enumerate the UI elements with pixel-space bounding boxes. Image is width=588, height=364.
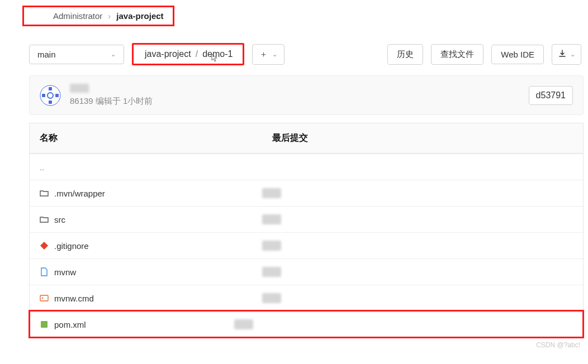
branch-name: main: [37, 50, 56, 59]
file-name: .mvn/wrapper: [54, 189, 105, 198]
cursor-icon: [209, 53, 218, 65]
col-last-commit: 最后提交: [262, 123, 583, 153]
chevron-down-icon: ⌄: [272, 51, 277, 58]
table-row[interactable]: mvnw: [30, 258, 583, 285]
col-name: 名称: [30, 123, 262, 153]
download-icon: [558, 49, 567, 60]
folder-icon: [40, 215, 49, 224]
xml-icon: [40, 320, 49, 329]
last-commit-panel: 86139 编辑于 1小时前 d53791: [29, 75, 584, 115]
file-name: src: [54, 215, 65, 224]
chevron-right-icon: ›: [108, 11, 111, 21]
commit-redacted: [262, 214, 281, 224]
table-row-pom[interactable]: pom.xml: [30, 311, 583, 337]
svg-rect-4: [55, 94, 59, 97]
commit-redacted: [262, 188, 281, 198]
file-name: mvnw.cmd: [54, 294, 94, 303]
web-ide-button[interactable]: Web IDE: [491, 45, 544, 64]
file-name: .gitignore: [54, 241, 89, 251]
breadcrumb-root[interactable]: Administrator: [53, 11, 102, 21]
git-icon: [40, 241, 49, 250]
plus-icon: ＋: [259, 49, 268, 60]
console-icon: [40, 294, 49, 303]
svg-rect-7: [41, 321, 48, 328]
svg-rect-2: [49, 100, 52, 104]
find-file-button[interactable]: 查找文件: [431, 44, 483, 65]
slash-icon: /: [196, 49, 198, 59]
svg-rect-6: [40, 295, 48, 301]
file-icon: [40, 267, 49, 276]
history-button[interactable]: 历史: [387, 44, 423, 65]
table-header: 名称 最后提交: [30, 123, 583, 154]
table-row[interactable]: mvnw.cmd: [30, 285, 583, 311]
breadcrumb-current[interactable]: java-project: [116, 11, 163, 21]
watermark: CSDN @?abc!: [0, 338, 588, 349]
repo-toolbar: main ⌄ java-project / demo-1 ＋ ⌄ 历史 查找文件…: [0, 26, 588, 73]
path-parent[interactable]: java-project: [145, 49, 191, 59]
table-row[interactable]: src: [30, 206, 583, 232]
add-button[interactable]: ＋ ⌄: [252, 44, 284, 65]
table-row[interactable]: .mvn/wrapper: [30, 180, 583, 206]
table-row[interactable]: .gitignore: [30, 232, 583, 258]
svg-rect-3: [42, 94, 45, 97]
svg-rect-1: [49, 87, 52, 90]
commit-subline: 86139 编辑于 1小时前: [70, 96, 520, 107]
commit-redacted: [262, 267, 281, 277]
file-name: pom.xml: [54, 320, 86, 329]
chevron-down-icon: ⌄: [570, 51, 575, 58]
commit-title-redacted: [70, 84, 89, 93]
commit-redacted: [262, 241, 281, 251]
commit-sha[interactable]: d53791: [529, 86, 573, 105]
up-dir: ..: [40, 162, 44, 172]
parent-dir-row[interactable]: ..: [30, 154, 583, 180]
download-button[interactable]: ⌄: [552, 44, 581, 65]
file-table: 名称 最后提交 .. .mvn/wrapper src .gitignore: [29, 123, 584, 338]
path-breadcrumb[interactable]: java-project / demo-1: [132, 43, 244, 65]
branch-selector[interactable]: main ⌄: [29, 45, 124, 64]
breadcrumb: Administrator › java-project: [22, 6, 174, 26]
file-name: mvnw: [54, 267, 76, 277]
commit-redacted: [262, 293, 281, 303]
chevron-down-icon: ⌄: [111, 51, 116, 58]
folder-icon: [40, 189, 49, 198]
avatar[interactable]: [40, 85, 61, 106]
commit-redacted: [234, 319, 253, 329]
